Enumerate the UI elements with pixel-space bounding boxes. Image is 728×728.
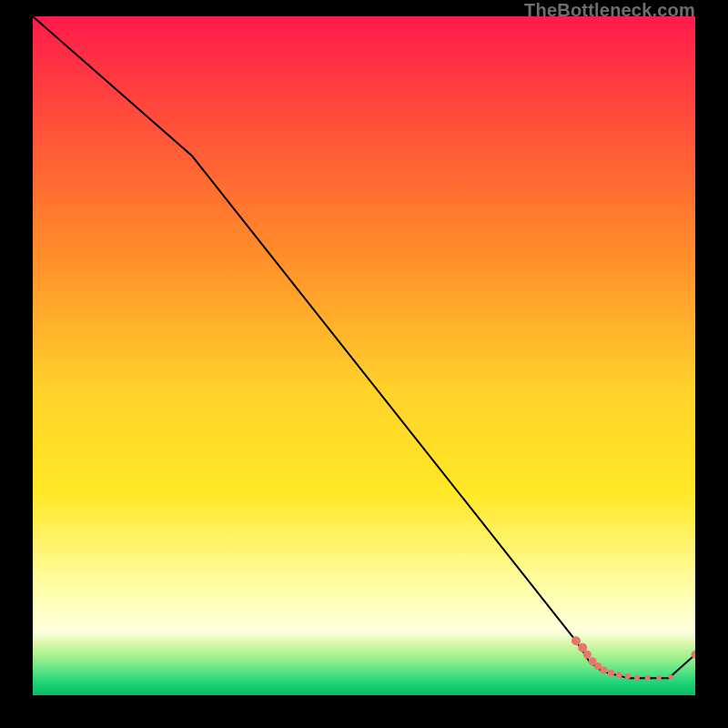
chart-plot-area	[33, 16, 695, 695]
svg-rect-0	[33, 16, 695, 695]
chart-gradient-background	[33, 16, 695, 695]
